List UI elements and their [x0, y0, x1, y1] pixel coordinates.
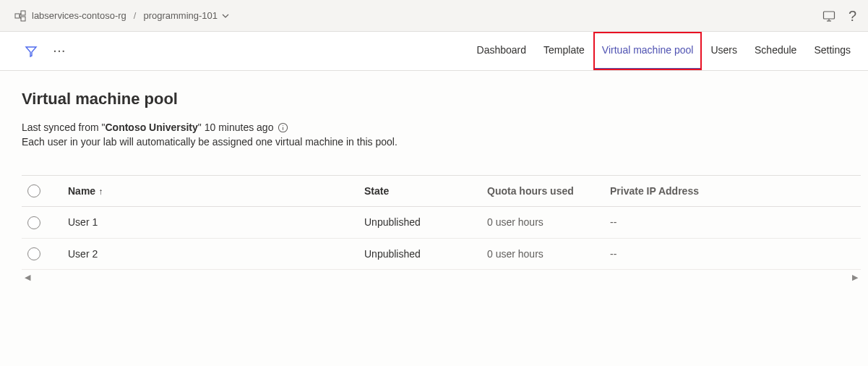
cell-ip: --	[604, 207, 861, 238]
cell-state: Unpublished	[358, 207, 481, 238]
filter-icon[interactable]	[25, 45, 38, 58]
table-row[interactable]: User 2 Unpublished 0 user hours --	[22, 238, 861, 269]
breadcrumb-separator: /	[134, 10, 137, 21]
svg-rect-0	[15, 14, 20, 18]
cell-name: User 1	[62, 207, 358, 238]
table-row[interactable]: User 1 Unpublished 0 user hours --	[22, 207, 861, 238]
svg-rect-2	[21, 17, 25, 21]
row-select-radio[interactable]	[27, 247, 40, 260]
scroll-left-icon[interactable]: ◀	[25, 273, 30, 282]
col-header-name-label: Name	[68, 185, 95, 197]
col-header-ip[interactable]: Private IP Address	[604, 176, 861, 207]
chevron-down-icon[interactable]	[222, 12, 229, 20]
tab-row: ··· Dashboard Template Virtual machine p…	[0, 32, 868, 71]
tab-virtual-machine-pool[interactable]: Virtual machine pool	[593, 32, 702, 70]
tab-schedule[interactable]: Schedule	[746, 32, 805, 70]
page-title: Virtual machine pool	[22, 90, 861, 108]
cell-quota: 0 user hours	[481, 238, 604, 269]
svg-marker-8	[26, 47, 36, 56]
tab-dashboard[interactable]: Dashboard	[468, 32, 536, 70]
breadcrumb-bar: labservices-contoso-rg / programming-101…	[0, 0, 868, 32]
more-icon[interactable]: ···	[53, 46, 66, 57]
col-header-state[interactable]: State	[358, 176, 481, 207]
svg-rect-5	[823, 12, 834, 19]
main-content: Virtual machine pool Last synced from "C…	[0, 71, 868, 282]
col-header-name[interactable]: Name↑	[62, 176, 358, 207]
tab-settings[interactable]: Settings	[805, 32, 859, 70]
horizontal-scroll-hint: ◀ ▶	[22, 270, 861, 282]
sync-prefix: Last synced from "	[22, 122, 105, 133]
tab-users[interactable]: Users	[702, 32, 746, 70]
description-text: Each user in your lab will automatically…	[22, 136, 861, 148]
cell-ip: --	[604, 238, 861, 269]
help-icon[interactable]: ?	[848, 9, 856, 23]
resource-group-icon	[14, 10, 26, 22]
sync-suffix: " 10 minutes ago	[198, 122, 274, 133]
monitor-icon[interactable]	[822, 9, 835, 22]
col-header-quota[interactable]: Quota hours used	[481, 176, 604, 207]
vm-table: Name↑ State Quota hours used Private IP …	[22, 175, 861, 270]
breadcrumb-rg[interactable]: labservices-contoso-rg	[32, 10, 126, 21]
cell-state: Unpublished	[358, 238, 481, 269]
sort-asc-icon: ↑	[98, 187, 103, 197]
breadcrumb-lab[interactable]: programming-101	[143, 10, 218, 21]
scroll-right-icon[interactable]: ▶	[852, 273, 858, 282]
last-synced-text: Last synced from "Contoso University" 10…	[22, 122, 861, 133]
tab-template[interactable]: Template	[535, 32, 593, 70]
row-select-radio[interactable]	[27, 216, 40, 229]
cell-name: User 2	[62, 238, 358, 269]
svg-rect-1	[21, 11, 25, 15]
select-all-radio[interactable]	[27, 184, 40, 197]
nav-tabs: Dashboard Template Virtual machine pool …	[468, 32, 859, 70]
svg-point-11	[283, 124, 283, 125]
table-header-row: Name↑ State Quota hours used Private IP …	[22, 176, 861, 207]
cell-quota: 0 user hours	[481, 207, 604, 238]
sync-source: Contoso University	[105, 122, 197, 133]
info-icon[interactable]	[278, 122, 288, 133]
